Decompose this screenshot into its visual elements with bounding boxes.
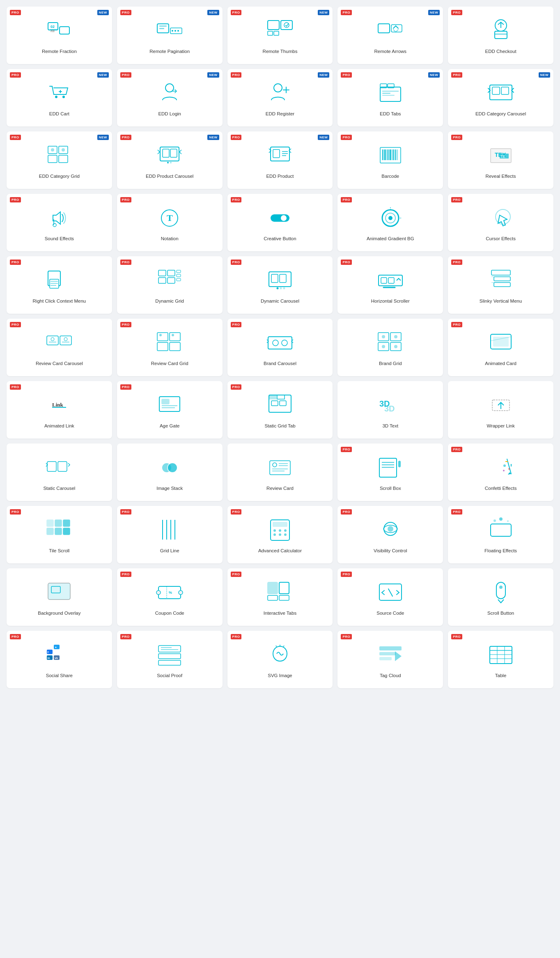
card-icon-dynamic-carousel xyxy=(266,266,294,295)
card-dynamic-grid[interactable]: PRODynamic Grid xyxy=(117,256,223,314)
card-label-edd-category-carousel: EDD Category Carousel xyxy=(475,111,526,117)
card-grid-line[interactable]: PROGrid Line xyxy=(117,506,223,563)
card-review-card[interactable]: Review Card xyxy=(227,443,333,501)
card-static-grid-tab[interactable]: PROStatic Grid Tab xyxy=(227,381,333,439)
card-remote-fraction[interactable]: PRONEW02/03Remote Fraction xyxy=(7,7,112,64)
card-background-overlay[interactable]: Background Overlay xyxy=(7,568,112,626)
card-creative-button[interactable]: PROCreative Button xyxy=(227,194,333,251)
pro-badge: PRO xyxy=(451,260,462,265)
pro-badge: PRO xyxy=(451,72,462,78)
svg-text:vk: vk xyxy=(55,657,58,659)
card-table[interactable]: PROTable xyxy=(448,631,553,688)
card-remote-arrows[interactable]: PRONEWRemote Arrows xyxy=(337,7,443,64)
card-icon-image-stack xyxy=(155,453,184,482)
card-cursor-effects[interactable]: PROCursor Effects xyxy=(448,194,553,251)
new-badge: NEW xyxy=(207,72,219,78)
card-source-code[interactable]: PROSource Code xyxy=(337,568,443,626)
card-scroll-button[interactable]: Scroll Button xyxy=(448,568,553,626)
card-edd-cart[interactable]: PRONEWEDD Cart xyxy=(7,69,112,126)
card-edd-category-carousel[interactable]: PRONEWEDD Category Carousel xyxy=(448,69,553,126)
card-sound-effects[interactable]: PROSound Effects xyxy=(7,194,112,251)
card-review-card-carousel[interactable]: PROReview Card Carousel xyxy=(7,319,112,376)
card-static-carousel[interactable]: Static Carousel xyxy=(7,443,112,501)
card-animated-card[interactable]: PROAnimated Card xyxy=(448,319,553,376)
card-notation[interactable]: PROTNotation xyxy=(117,194,223,251)
card-right-click-context-menu[interactable]: PRORight Click Context Menu xyxy=(7,256,112,314)
card-image-stack[interactable]: Image Stack xyxy=(117,443,223,501)
card-floating-effects[interactable]: PROFloating Effects xyxy=(448,506,553,563)
card-social-proof[interactable]: PROSocial Proof xyxy=(117,631,223,688)
card-edd-product[interactable]: PRONEWEDD Product xyxy=(227,131,333,189)
card-tag-cloud[interactable]: PROTag Cloud xyxy=(337,631,443,688)
svg-point-178 xyxy=(499,517,503,521)
card-svg-image[interactable]: PROSVG Image xyxy=(227,631,333,688)
card-3d-text[interactable]: 3D3D3D Text xyxy=(337,381,443,439)
pro-badge: PRO xyxy=(231,260,242,265)
card-review-card-grid[interactable]: PROReview Card Grid xyxy=(117,319,223,376)
card-advanced-calculator[interactable]: PROAdvanced Calculator xyxy=(227,506,333,563)
svg-rect-88 xyxy=(280,274,286,283)
card-slinky-vertical-menu[interactable]: PROSlinky Vertical Menu xyxy=(448,256,553,314)
card-label-edd-tabs: EDD Tabs xyxy=(380,111,401,117)
svg-rect-132 xyxy=(277,395,285,399)
card-edd-category-grid[interactable]: PRONEWEDD Category Grid xyxy=(7,131,112,189)
new-badge: NEW xyxy=(318,10,329,15)
card-dynamic-carousel[interactable]: PRODynamic Carousel xyxy=(227,256,333,314)
card-edd-register[interactable]: PRONEWEDD Register xyxy=(227,69,333,126)
svg-rect-20 xyxy=(495,31,507,39)
card-animated-link[interactable]: PROLinkAnimated Link xyxy=(7,381,112,439)
card-scroll-box[interactable]: PROScroll Box xyxy=(337,443,443,501)
card-brand-grid[interactable]: Brand Grid xyxy=(337,319,443,376)
svg-text:Link: Link xyxy=(52,402,64,408)
svg-point-169 xyxy=(279,529,281,532)
card-label-remote-pagination: Remote Pagination xyxy=(149,48,190,55)
card-tile-scroll[interactable]: PROTile Scroll xyxy=(7,506,112,563)
card-label-social-share: Social Share xyxy=(46,673,73,679)
new-badge: NEW xyxy=(428,10,440,15)
svg-rect-83 xyxy=(177,270,181,273)
card-brand-carousel[interactable]: PROBrand Carousel xyxy=(227,319,333,376)
svg-rect-26 xyxy=(380,87,401,101)
card-icon-review-card-grid xyxy=(155,329,184,357)
card-interactive-tabs[interactable]: PROInteractive Tabs xyxy=(227,568,333,626)
svg-rect-134 xyxy=(280,401,286,406)
svg-rect-42 xyxy=(163,149,169,157)
svg-point-7 xyxy=(172,30,173,32)
card-social-share[interactable]: PROf✦invkSocial Share xyxy=(7,631,112,688)
card-horizontal-scroller[interactable]: PROHorizontal Scroller xyxy=(337,256,443,314)
card-coupon-code[interactable]: PRO%Coupon Code xyxy=(117,568,223,626)
card-icon-svg-image xyxy=(266,641,294,669)
card-icon-edd-category-grid xyxy=(45,141,73,170)
new-badge: NEW xyxy=(97,135,109,140)
card-barcode[interactable]: PROBarcode xyxy=(337,131,443,189)
card-icon-edd-login xyxy=(155,79,184,108)
svg-rect-98 xyxy=(47,336,58,345)
card-edd-tabs[interactable]: PRONEWEDD Tabs xyxy=(337,69,443,126)
card-confetti-effects[interactable]: PROConfetti Effects xyxy=(448,443,553,501)
card-icon-brand-carousel xyxy=(266,329,294,357)
svg-rect-122 xyxy=(493,337,509,347)
card-icon-background-overlay xyxy=(45,578,73,607)
pro-badge: PRO xyxy=(341,10,352,15)
card-edd-checkout[interactable]: PROEDD Checkout xyxy=(448,7,553,64)
card-animated-gradient-bg[interactable]: PROAnimated Gradient BG xyxy=(337,194,443,251)
card-reveal-effects[interactable]: PROTEXTEReveal Effects xyxy=(448,131,553,189)
card-label-reveal-effects: Reveal Effects xyxy=(486,173,516,179)
card-remote-pagination[interactable]: PRONEWRemote Pagination xyxy=(117,7,223,64)
card-icon-static-grid-tab xyxy=(266,391,294,420)
new-badge: NEW xyxy=(97,10,109,15)
pro-badge: PRO xyxy=(120,10,131,15)
card-remote-thumbs[interactable]: PRONEWRemote Thumbs xyxy=(227,7,333,64)
pro-badge: PRO xyxy=(231,322,242,327)
card-wrapper-link[interactable]: Wrapper Link xyxy=(448,381,553,439)
svg-rect-37 xyxy=(48,155,57,163)
svg-rect-96 xyxy=(494,277,510,281)
card-age-gate[interactable]: PROAge Gate xyxy=(117,381,223,439)
svg-line-193 xyxy=(388,589,392,596)
card-edd-product-carousel[interactable]: PRONEWEDD Product Carousel xyxy=(117,131,223,189)
svg-point-44 xyxy=(167,162,169,163)
card-edd-login[interactable]: PRONEWEDD Login xyxy=(117,69,223,126)
card-visibility-control[interactable]: PROVisibility Control xyxy=(337,506,443,563)
card-label-sound-effects: Sound Effects xyxy=(45,236,74,242)
svg-point-173 xyxy=(284,533,287,536)
